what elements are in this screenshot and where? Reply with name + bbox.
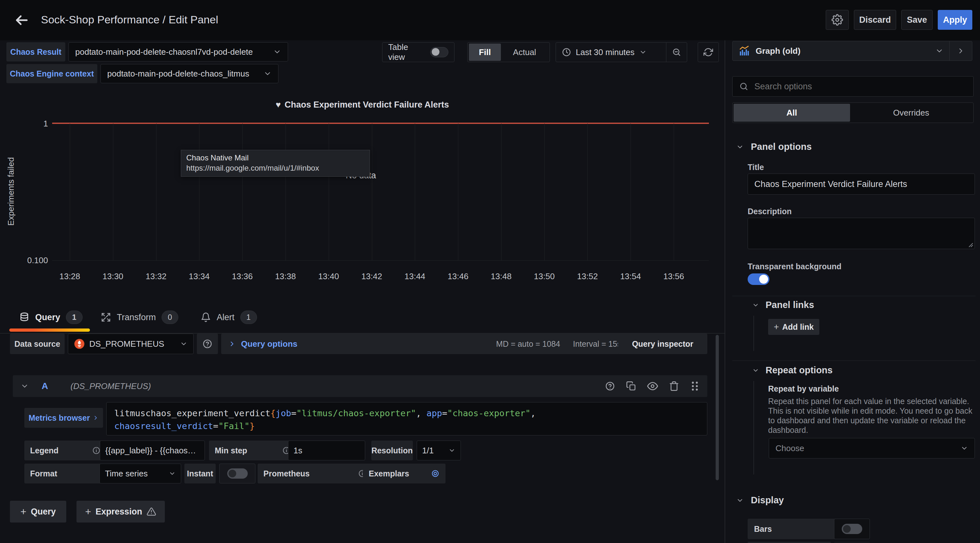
table-view-toggle[interactable]: [430, 47, 449, 57]
panel-title-inputbox[interactable]: [748, 174, 975, 195]
add-query-button[interactable]: + Query: [10, 501, 66, 522]
promql-expression: litmuschaos_experiment_verdict{job="litm…: [114, 407, 536, 433]
heart-icon: ♥: [275, 100, 281, 110]
back-button[interactable]: [13, 12, 29, 28]
legend-format-input[interactable]: {{app_label}} - {{chaos…: [100, 441, 205, 460]
promql-editor[interactable]: litmuschaos_experiment_verdict{job="litm…: [106, 402, 707, 435]
transparent-background-toggle[interactable]: [748, 274, 769, 285]
fill-segment[interactable]: Fill: [469, 43, 501, 61]
panel-title-input[interactable]: [754, 179, 969, 189]
resize-handle-icon[interactable]: [967, 242, 973, 247]
header-bar: Sock-Shop Performance / Edit Panel Disca…: [0, 0, 980, 40]
grid-line: [458, 123, 458, 260]
refresh-button[interactable]: [698, 42, 719, 62]
min-step-input[interactable]: 1s: [288, 441, 365, 460]
metrics-browser-button[interactable]: Metrics browser: [24, 408, 103, 428]
bars-toggle[interactable]: [842, 524, 862, 534]
panel-link-tooltip[interactable]: Chaos Native Mail https://mail.google.co…: [181, 150, 370, 177]
panel-links-section-header[interactable]: Panel links: [752, 300, 814, 310]
query-pane-scrollbar[interactable]: [716, 335, 719, 480]
drag-handle-icon[interactable]: [690, 381, 700, 392]
panel-description-input[interactable]: [748, 217, 975, 249]
tab-all[interactable]: All: [733, 104, 850, 122]
chevron-down-icon: [736, 497, 744, 504]
data-source-picker[interactable]: DS_PROMETHEUS: [68, 334, 194, 354]
save-button[interactable]: Save: [901, 10, 932, 30]
toggle-visibility-icon[interactable]: [647, 381, 658, 392]
interval-info: Interval = 15s: [573, 339, 621, 349]
tooltip-title: Chaos Native Mail: [186, 153, 364, 163]
instant-toggle-box[interactable]: [219, 463, 255, 484]
apply-button[interactable]: Apply: [938, 10, 972, 30]
chevron-down-icon: [263, 70, 272, 78]
query-help-icon[interactable]: [605, 381, 615, 391]
instant-toggle[interactable]: [227, 468, 248, 479]
query-inspector-button[interactable]: Query inspector: [618, 334, 707, 354]
search-options-input[interactable]: [732, 76, 974, 97]
min-step-label: Min step: [209, 441, 296, 460]
viz-suggestions-button[interactable]: [950, 41, 972, 61]
query-ref-id: A: [41, 381, 48, 391]
table-view-toggle-group[interactable]: Table view: [382, 42, 455, 62]
chevron-right-icon: [228, 340, 236, 348]
clock-icon: [562, 48, 571, 57]
panel-options-section-header[interactable]: Panel options: [736, 142, 811, 152]
section-divider: [732, 296, 975, 296]
search-options-field[interactable]: [754, 81, 967, 92]
data-source-help-button[interactable]: [197, 334, 218, 354]
x-axis: 13:2813:3013:3213:3413:3613:3813:4013:42…: [70, 272, 674, 282]
panel-settings-button[interactable]: [826, 10, 849, 30]
grafana-edit-panel: Sock-Shop Performance / Edit Panel Disca…: [0, 0, 980, 543]
zoom-out-button[interactable]: [667, 43, 687, 62]
description-label: Description: [748, 207, 792, 216]
chart-plot-area[interactable]: No data: [52, 123, 709, 261]
add-expression-button[interactable]: + Expression: [76, 501, 165, 522]
bell-icon: [200, 312, 211, 322]
duplicate-query-icon[interactable]: [626, 381, 636, 391]
x-axis-tick: 13:56: [663, 272, 684, 282]
x-axis-tick: 13:34: [189, 272, 210, 282]
exemplars-option[interactable]: Exemplars: [363, 463, 445, 484]
chevron-down-icon: [449, 447, 455, 454]
format-select[interactable]: Time series: [100, 463, 181, 484]
repeat-options-section-header[interactable]: Repeat options: [752, 365, 832, 376]
time-range-picker[interactable]: Last 30 minutes: [556, 43, 666, 62]
delete-query-icon[interactable]: [669, 381, 679, 391]
sidebar-divider: [725, 40, 725, 543]
bars-label: Bars: [748, 519, 844, 539]
visualization-picker[interactable]: Graph (old): [732, 41, 972, 61]
y-axis-tick-bottom: 0.100: [19, 255, 48, 266]
bars-toggle-box[interactable]: [834, 519, 870, 539]
x-axis-tick: 13:50: [534, 272, 555, 282]
section-divider: [732, 360, 975, 361]
next-option-row-sliver: [834, 542, 870, 543]
chevron-down-icon: [180, 340, 188, 348]
page-title: Sock-Shop Performance / Edit Panel: [41, 13, 218, 26]
repeat-variable-select[interactable]: Choose: [769, 438, 975, 459]
zoom-out-icon: [672, 48, 681, 57]
variable-value-chaos-engine-context[interactable]: podtato-main-pod-delete-chaos_litmus: [100, 64, 278, 83]
query-options-bar[interactable]: Query options MD = auto = 1084 Interval …: [221, 334, 628, 354]
tab-overrides[interactable]: Overrides: [850, 108, 972, 118]
grid-line: [674, 123, 674, 260]
variable-label-chaos-engine-context: Chaos Engine context: [6, 64, 97, 83]
actual-segment[interactable]: Actual: [501, 48, 548, 57]
panel-description-box[interactable]: [748, 218, 975, 249]
add-link-button[interactable]: + Add link: [768, 319, 819, 335]
next-option-row-sliver: [748, 542, 831, 543]
tooltip-url[interactable]: https://mail.google.com/mail/u/1/#inbox: [186, 163, 364, 173]
arrow-left-icon: [13, 12, 29, 28]
tab-alert[interactable]: Alert 1: [200, 303, 257, 332]
discard-button[interactable]: Discard: [854, 10, 896, 30]
query-row-header[interactable]: A (DS_PROMETHEUS): [13, 375, 707, 397]
resolution-select[interactable]: 1/1: [417, 441, 461, 460]
grid-line: [544, 123, 545, 260]
x-axis-tick: 13:42: [361, 272, 382, 282]
query-options-label: Query options: [241, 339, 298, 349]
alert-count-badge: 1: [240, 311, 257, 324]
tab-transform[interactable]: Transform 0: [101, 303, 178, 332]
display-section-header[interactable]: Display: [736, 495, 784, 506]
tab-query[interactable]: Query 1: [19, 303, 83, 332]
chevron-down-icon: [21, 382, 29, 390]
variable-value-chaos-result[interactable]: podtato-main-pod-delete-chaosnl7vd-pod-d…: [68, 42, 288, 62]
